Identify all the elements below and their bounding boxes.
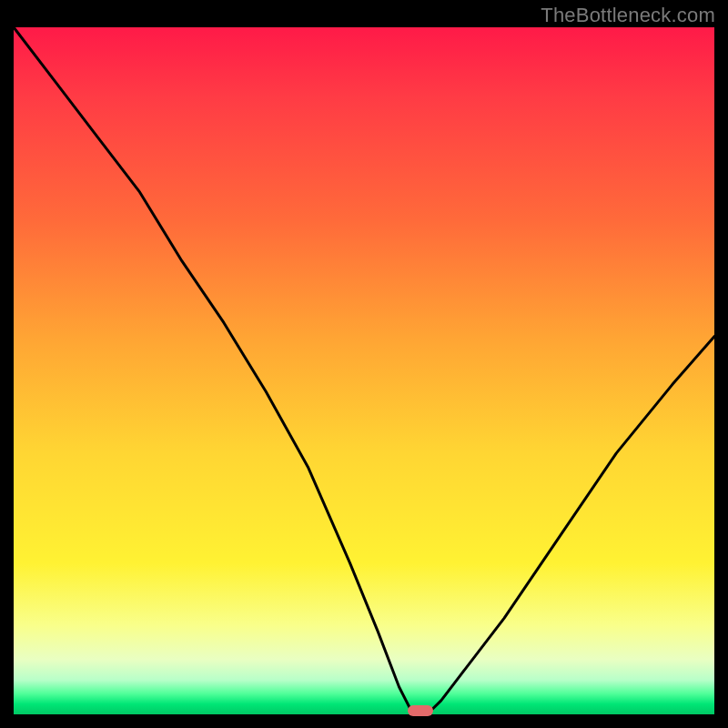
- curve-path: [14, 27, 714, 714]
- plot-area: [14, 27, 714, 714]
- bottleneck-curve: [14, 27, 714, 714]
- chart-container: TheBottleneck.com: [0, 0, 728, 728]
- attribution-text: TheBottleneck.com: [541, 4, 715, 27]
- optimum-marker: [408, 705, 433, 716]
